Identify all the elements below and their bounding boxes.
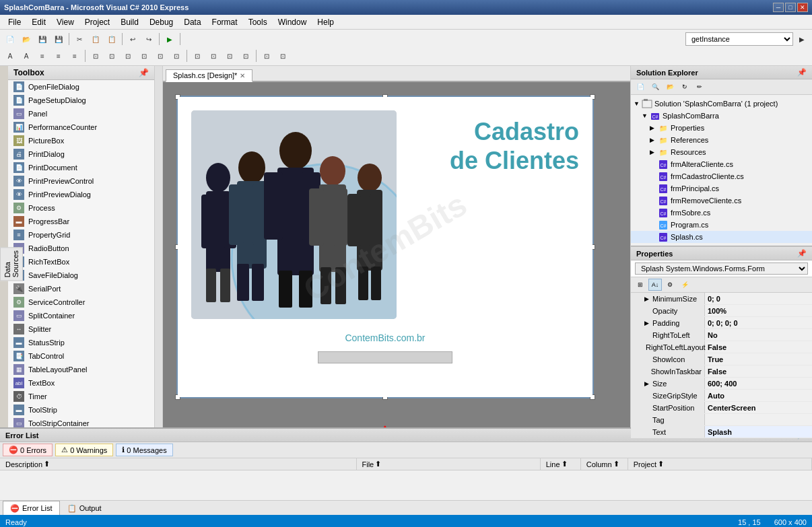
design-tab-close[interactable]: ✕: [240, 72, 245, 79]
props-properties-icon[interactable]: ⚙: [663, 279, 677, 291]
se-tb-2[interactable]: 🔍: [648, 81, 662, 93]
tree-frmremovecliente[interactable]: C# frmRemoveCliente.cs: [631, 195, 812, 207]
toolbox-item-printpreviewcontrol[interactable]: 👁 PrintPreviewControl: [8, 174, 154, 188]
maximize-button[interactable]: □: [785, 3, 796, 12]
tree-frmsobre[interactable]: C# frmSobre.cs: [631, 207, 812, 219]
tb-format-3[interactable]: ≡: [35, 49, 50, 63]
menu-tools[interactable]: Tools: [243, 16, 273, 28]
tb-size-3[interactable]: ⊡: [222, 49, 237, 63]
props-events-icon[interactable]: ⚡: [678, 279, 691, 291]
tb-align-2[interactable]: ⊡: [104, 49, 119, 63]
tb-new[interactable]: 📄: [3, 32, 18, 46]
toolbox-item-radiobutton[interactable]: ○ RadioButton: [8, 242, 154, 255]
toolbox-item-toolstrip[interactable]: ▬ ToolStrip: [8, 403, 154, 417]
minimize-button[interactable]: ─: [773, 3, 784, 12]
tb-format-1[interactable]: A: [3, 49, 18, 63]
tb-save[interactable]: 💾: [35, 32, 50, 46]
menu-debug[interactable]: Debug: [144, 16, 178, 28]
toolbox-item-splitter[interactable]: ↔ Splitter: [8, 322, 154, 336]
toolbox-item-openfiledialog[interactable]: 📄 OpenFileDialog: [8, 80, 154, 94]
toolbox-item-propertygrid[interactable]: ≡ PropertyGrid: [8, 228, 154, 242]
tb-format-4[interactable]: ≡: [51, 49, 66, 63]
tb-paste[interactable]: 📋: [104, 32, 119, 46]
size-expand-icon[interactable]: ▶: [644, 380, 651, 387]
se-tb-1[interactable]: 📄: [634, 81, 647, 93]
toolbox-pin-icon[interactable]: 📌: [139, 68, 149, 77]
toolbox-item-tablelayoutpanel[interactable]: ▦ TableLayoutPanel: [8, 363, 154, 376]
canvas-area[interactable]: Cadastro de Clientes ContemBits ContemBi…: [163, 82, 630, 427]
tb-format-2[interactable]: A: [19, 49, 34, 63]
close-button[interactable]: ✕: [797, 3, 808, 12]
tree-properties[interactable]: ▶ 📁 Properties: [631, 122, 812, 134]
toolbox-item-toolstripcontainer[interactable]: ▭ ToolStripContainer: [8, 417, 154, 427]
form-canvas[interactable]: Cadastro de Clientes ContemBits ContemBi…: [176, 96, 594, 398]
toolbox-item-process[interactable]: ⚙ Process: [8, 201, 154, 215]
toolbox-item-printdocument[interactable]: 📄 PrintDocument: [8, 161, 154, 174]
tb-align-5[interactable]: ⊡: [153, 49, 168, 63]
design-tab[interactable]: Splash.cs [Design]* ✕: [166, 69, 252, 82]
toolbox-item-savefiledialog[interactable]: 💾 SaveFileDialog: [8, 269, 154, 282]
solution-explorer-pin-icon[interactable]: 📌: [797, 68, 807, 77]
tree-project[interactable]: ▼ C# SplashComBarra: [631, 110, 812, 122]
props-categorized-icon[interactable]: ⊞: [634, 279, 647, 291]
tb-redo[interactable]: ↪: [141, 32, 156, 46]
resources-expand-icon[interactable]: ▶: [650, 149, 658, 155]
data-sources-tab[interactable]: Data Sources: [0, 247, 23, 281]
warnings-button[interactable]: ⚠ 0 Warnings: [55, 444, 113, 456]
se-tb-3[interactable]: 📂: [663, 81, 677, 93]
toolbox-item-textbox[interactable]: abl TextBox: [8, 376, 154, 390]
tb-cut[interactable]: ✂: [72, 32, 87, 46]
menu-edit[interactable]: Edit: [26, 16, 51, 28]
tb-format-5[interactable]: ≡: [67, 49, 82, 63]
tb-size-4[interactable]: ⊡: [238, 49, 253, 63]
toolbox-item-richtextbox[interactable]: 📝 RichTextBox: [8, 255, 154, 269]
tb-copy[interactable]: 📋: [88, 32, 103, 46]
menu-project[interactable]: Project: [79, 16, 115, 28]
toolbox-item-panel[interactable]: ▭ Panel: [8, 107, 154, 120]
bottom-tab-error-list[interactable]: ⛔ Error List: [3, 501, 60, 515]
col-project[interactable]: Project ⬆: [628, 458, 812, 470]
tb-order-2[interactable]: ⊡: [275, 49, 290, 63]
tb-run[interactable]: ▶: [162, 32, 177, 46]
toolbox-item-picturebox[interactable]: 🖼 PictureBox: [8, 134, 154, 147]
tree-frmprincipal[interactable]: C# frmPrincipal.cs: [631, 182, 812, 195]
properties-expand-icon[interactable]: ▶: [650, 125, 658, 131]
toolbox-item-timer[interactable]: ⏱ Timer: [8, 390, 154, 403]
toolbox-item-servicecontroller[interactable]: ⚙ ServiceController: [8, 295, 154, 309]
col-column[interactable]: Column ⬆: [581, 458, 628, 470]
props-alphabetical-icon[interactable]: A↓: [648, 279, 662, 291]
toolbox-item-progressbar[interactable]: ▬ ProgressBar: [8, 215, 154, 228]
method-combo[interactable]: getInstance: [685, 32, 793, 46]
tb-order-1[interactable]: ⊡: [259, 49, 274, 63]
padding-expand-icon[interactable]: ▶: [644, 320, 651, 326]
tb-align-3[interactable]: ⊡: [121, 49, 135, 63]
toolbox-item-splitcontainer[interactable]: ▭ SplitContainer: [8, 309, 154, 322]
toolbox-item-printpreviewdialog[interactable]: 👁 PrintPreviewDialog: [8, 188, 154, 201]
menu-data[interactable]: Data: [178, 16, 206, 28]
tb-save-all[interactable]: 💾: [51, 32, 66, 46]
properties-pin-icon[interactable]: 📌: [797, 249, 807, 258]
menu-view[interactable]: View: [51, 16, 79, 28]
minimumsize-expand-icon[interactable]: ▶: [644, 295, 651, 302]
tree-solution[interactable]: ▼ Solution 'SplashComBarra' (1 project): [631, 98, 812, 110]
tree-frmalteracliente[interactable]: C# frmAlteraCliente.cs: [631, 158, 812, 170]
menu-build[interactable]: Build: [115, 16, 144, 28]
toolbox-item-pagesetupdialog[interactable]: 📄 PageSetupDialog: [8, 94, 154, 107]
tb-combo-go[interactable]: ▶: [794, 32, 809, 46]
menu-file[interactable]: File: [3, 16, 26, 28]
solution-expand-icon[interactable]: ▼: [634, 100, 642, 107]
references-expand-icon[interactable]: ▶: [650, 137, 658, 143]
tb-size-1[interactable]: ⊡: [190, 49, 205, 63]
col-line[interactable]: Line ⬆: [541, 458, 581, 470]
project-expand-icon[interactable]: ▼: [642, 112, 650, 119]
tb-align-1[interactable]: ⊡: [88, 49, 103, 63]
col-description[interactable]: Description ⬆: [0, 458, 357, 470]
tree-resources[interactable]: ▶ 📁 Resources: [631, 146, 812, 158]
tree-splash[interactable]: C# Splash.cs: [631, 231, 812, 243]
toolbox-item-performancecounter[interactable]: 📊 PerformanceCounter: [8, 120, 154, 134]
menu-format[interactable]: Format: [207, 16, 243, 28]
menu-window[interactable]: Window: [273, 16, 312, 28]
tb-align-4[interactable]: ⊡: [137, 49, 151, 63]
tree-references[interactable]: ▶ 📁 References: [631, 134, 812, 146]
se-tb-4[interactable]: ↻: [678, 81, 691, 93]
